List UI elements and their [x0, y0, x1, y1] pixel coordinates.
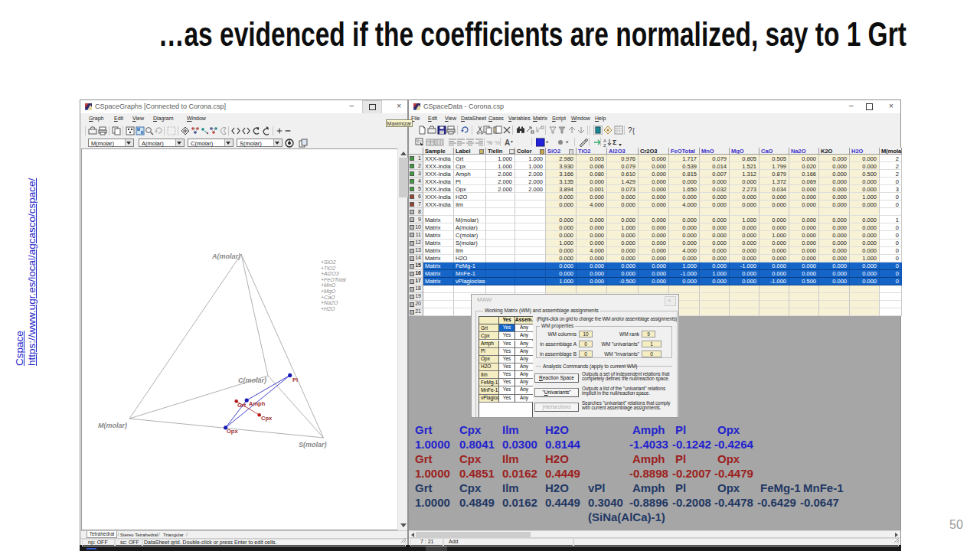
svg-text:+Al2O3: +Al2O3 [321, 271, 339, 276]
svg-text:+CaO: +CaO [321, 294, 335, 299]
svg-text:+SiO2: +SiO2 [321, 259, 336, 265]
svg-text:Opx: Opx [227, 428, 238, 435]
svg-text:{: { [632, 127, 635, 135]
svg-text:Pl: Pl [292, 377, 298, 383]
svg-text:%: % [487, 139, 492, 146]
svg-text:+TiO2: +TiO2 [321, 265, 335, 270]
svg-text:C(molar): C(molar) [238, 377, 266, 384]
svg-text:+FeOTotal: +FeOTotal [321, 276, 346, 282]
svg-text:Grt: Grt [237, 402, 247, 409]
svg-text:Cpx: Cpx [261, 415, 273, 422]
svg-text:Σ: Σ [612, 139, 617, 146]
svg-text:A(molar): A(molar) [211, 253, 240, 260]
svg-text:Z: Z [603, 143, 606, 147]
svg-text:+MnO: +MnO [321, 282, 336, 288]
svg-text:S(molar): S(molar) [299, 441, 327, 448]
svg-text:Amph: Amph [249, 400, 266, 407]
svg-text:A: A [505, 139, 510, 147]
svg-text:M(molar): M(molar) [98, 422, 127, 429]
svg-text:+Na2O: +Na2O [321, 300, 338, 305]
svg-text:+H2O: +H2O [321, 305, 335, 311]
